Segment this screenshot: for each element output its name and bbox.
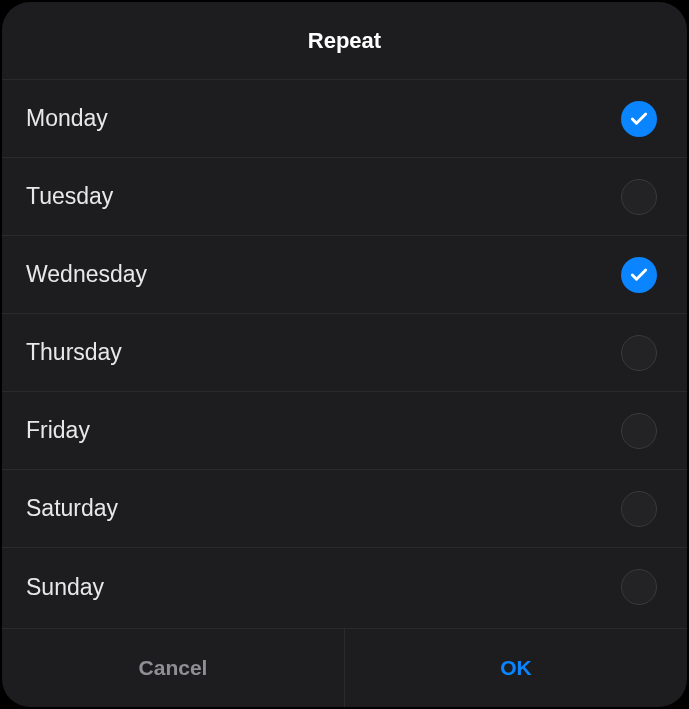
day-label: Monday xyxy=(26,105,108,132)
unchecked-circle-icon[interactable] xyxy=(621,179,657,215)
dialog-header: Repeat xyxy=(2,2,687,80)
unchecked-circle-icon[interactable] xyxy=(621,491,657,527)
day-row-sunday[interactable]: Sunday xyxy=(2,548,687,626)
day-label: Thursday xyxy=(26,339,122,366)
cancel-button[interactable]: Cancel xyxy=(2,629,345,707)
dialog-footer: Cancel OK xyxy=(2,628,687,707)
checkmark-icon[interactable] xyxy=(621,257,657,293)
day-row-thursday[interactable]: Thursday xyxy=(2,314,687,392)
dialog-title: Repeat xyxy=(308,28,381,54)
repeat-dialog: Repeat Monday Tuesday Wednesday Thursday… xyxy=(2,2,687,707)
day-row-saturday[interactable]: Saturday xyxy=(2,470,687,548)
unchecked-circle-icon[interactable] xyxy=(621,413,657,449)
unchecked-circle-icon[interactable] xyxy=(621,335,657,371)
day-label: Sunday xyxy=(26,574,104,601)
day-row-monday[interactable]: Monday xyxy=(2,80,687,158)
days-list: Monday Tuesday Wednesday Thursday Friday… xyxy=(2,80,687,628)
day-row-tuesday[interactable]: Tuesday xyxy=(2,158,687,236)
day-row-wednesday[interactable]: Wednesday xyxy=(2,236,687,314)
day-label: Tuesday xyxy=(26,183,113,210)
day-label: Saturday xyxy=(26,495,118,522)
day-label: Friday xyxy=(26,417,90,444)
ok-button[interactable]: OK xyxy=(345,629,687,707)
checkmark-icon[interactable] xyxy=(621,101,657,137)
day-label: Wednesday xyxy=(26,261,147,288)
day-row-friday[interactable]: Friday xyxy=(2,392,687,470)
unchecked-circle-icon[interactable] xyxy=(621,569,657,605)
